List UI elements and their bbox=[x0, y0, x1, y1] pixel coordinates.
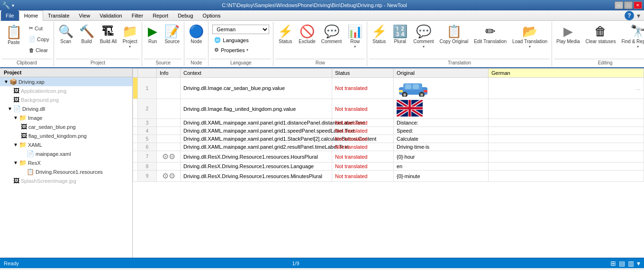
status-dropdown-icon[interactable]: ▾ bbox=[637, 260, 640, 267]
minimize-button[interactable]: ─ bbox=[615, 1, 623, 9]
menu-tab-home[interactable]: Home bbox=[19, 10, 43, 21]
table-row[interactable]: 6Driving.dll.XAML.mainpage.xaml.panel.gr… bbox=[133, 143, 644, 151]
build-all-button[interactable]: 🏗 Build All bbox=[98, 23, 119, 56]
col-header-context[interactable]: Context bbox=[181, 69, 332, 78]
status-row-button[interactable]: ⚡ Status bbox=[275, 23, 295, 56]
row-german[interactable] bbox=[489, 162, 644, 171]
edit-dots-icon[interactable]: … bbox=[635, 85, 641, 91]
table-row[interactable]: 9⚙⚙Driving.dll.ResX.Driving.Resource1.re… bbox=[133, 171, 644, 182]
grid-view-icon[interactable]: ⊞ bbox=[610, 260, 616, 267]
clear-button[interactable]: 🗑 Clear bbox=[27, 45, 52, 55]
menu-tab-options[interactable]: Options bbox=[198, 10, 226, 21]
row-german[interactable] bbox=[489, 171, 644, 182]
row-number: 5 bbox=[138, 135, 157, 143]
menu-tab-validation[interactable]: Validation bbox=[95, 10, 127, 21]
menu-tab-translate[interactable]: Translate bbox=[43, 10, 74, 21]
menu-tab-filter[interactable]: Filter bbox=[127, 10, 148, 21]
tree-item-image-folder[interactable]: ▼ 📁 Image bbox=[0, 113, 132, 122]
find-replace-button[interactable]: 🔭 Find & Replace ▾ bbox=[619, 23, 644, 56]
col-header-status[interactable]: Status bbox=[332, 69, 394, 78]
build-button[interactable]: 🔨 Build bbox=[77, 23, 97, 56]
paste-button[interactable]: 📋 Paste bbox=[2, 23, 26, 56]
tree-item-flag-uk[interactable]: 🖼 flag_united_kingdom.png bbox=[0, 131, 132, 140]
cut-button[interactable]: ✂ Cut bbox=[27, 23, 52, 34]
menu-tab-report[interactable]: Report bbox=[148, 10, 173, 21]
tree-item-background[interactable]: 🖼 Background.png bbox=[0, 95, 132, 104]
menu-tab-view[interactable]: View bbox=[74, 10, 95, 21]
ribbon-group-clipboard: 📋 Paste ✂ Cut 📄 Copy 🗑 Clear Clipboard bbox=[0, 22, 54, 66]
row-german[interactable] bbox=[489, 127, 644, 135]
splashscreen-icon: 🖼 bbox=[13, 177, 19, 184]
row-status: Not translated bbox=[332, 151, 394, 162]
row-context: Driving.dll.XAML.mainpage.xaml.panel.gri… bbox=[181, 135, 332, 143]
tree-item-car-sedan[interactable]: 🖼 car_sedan_blue.png bbox=[0, 122, 132, 131]
layout1-icon[interactable]: ▤ bbox=[619, 260, 625, 267]
copy-button[interactable]: 📄 Copy bbox=[27, 34, 52, 45]
copy-original-button[interactable]: 📋 Copy Original bbox=[437, 23, 471, 56]
scan-button[interactable]: 🔍 Scan bbox=[56, 23, 76, 56]
menu-tab-translate-label: Translate bbox=[48, 13, 69, 18]
row-german[interactable] bbox=[489, 135, 644, 143]
project-button[interactable]: 📁 Project ▾ bbox=[120, 23, 140, 56]
tree-item-driving-dll[interactable]: ▼ 📄 Driving.dll bbox=[0, 104, 132, 113]
mainpage-icon: 📄 bbox=[27, 150, 34, 157]
source-button[interactable]: 📝 Source bbox=[162, 23, 182, 56]
table-row[interactable]: 2Driving.dll.Image.flag_united_kingdom.p… bbox=[133, 99, 644, 119]
status-trans-button[interactable]: ⚡ Status bbox=[369, 23, 389, 56]
row-german[interactable] bbox=[489, 143, 644, 151]
table-row[interactable]: 8Driving.dll.ResX.Driving.Resource1.reso… bbox=[133, 162, 644, 171]
row-button[interactable]: 📊 Row ▾ bbox=[345, 23, 365, 56]
table-row[interactable]: 5Driving.dll.XAML.mainpage.xaml.panel.gr… bbox=[133, 135, 644, 143]
menu-tab-validation-label: Validation bbox=[100, 13, 122, 18]
tree-item-xaml-folder[interactable]: ▼ 📁 XAML bbox=[0, 140, 132, 149]
row-german[interactable]: … bbox=[489, 78, 644, 99]
row-indicator bbox=[133, 78, 138, 99]
tree-item-app-icon[interactable]: 🖼 ApplicationIcon.png bbox=[0, 86, 132, 95]
table-row[interactable]: 3Driving.dll.XAML.mainpage.xaml.panel.gr… bbox=[133, 119, 644, 127]
node-button[interactable]: 🔵 Node bbox=[186, 23, 206, 56]
table-row[interactable]: 7⚙⚙Driving.dll.ResX.Driving.Resource1.re… bbox=[133, 151, 644, 162]
plural-button[interactable]: 🔢 Plural bbox=[390, 23, 410, 56]
close-button[interactable]: ✕ bbox=[634, 1, 642, 9]
maximize-button[interactable]: □ bbox=[624, 1, 633, 9]
col-header-german[interactable]: German bbox=[489, 69, 644, 78]
exclude-button[interactable]: 🚫 Exclude bbox=[296, 23, 318, 56]
edit-translation-button[interactable]: ✏ Edit Translation bbox=[472, 23, 509, 56]
table-row[interactable]: 1Driving.dll.Image.car_sedan_blue.png.va… bbox=[133, 78, 644, 99]
tree-item-resource1[interactable]: 📋 Driving.Resource1.resources bbox=[0, 167, 132, 176]
languages-button[interactable]: 🌐 Languages bbox=[212, 36, 250, 44]
properties-button[interactable]: ⚙ Properties ▾ bbox=[212, 46, 250, 54]
tree-item-splashscreen[interactable]: 🖼 SplashScreenImage.jpg bbox=[0, 176, 132, 185]
tree-item-resx-folder[interactable]: ▼ 📁 ResX bbox=[0, 158, 132, 167]
comment-row-button[interactable]: 💬 Comment bbox=[319, 23, 344, 56]
properties-icon: ⚙ bbox=[214, 47, 219, 53]
tree-item-driving-xap[interactable]: ▼ 📦 Driving.xap bbox=[0, 77, 132, 86]
clear-statuses-button[interactable]: 🗑 Clear statuses bbox=[583, 23, 618, 56]
row-icon: 📊 bbox=[347, 24, 363, 39]
row-german[interactable] bbox=[489, 99, 644, 119]
layout2-icon[interactable]: ▥ bbox=[628, 260, 634, 267]
play-media-button[interactable]: ▶ Play Media bbox=[554, 23, 582, 56]
comment-row-label: Comment bbox=[321, 39, 342, 45]
run-button[interactable]: ▶ Run bbox=[144, 23, 161, 56]
language-dropdown[interactable]: German French Spanish bbox=[212, 25, 269, 34]
row-number: 2 bbox=[138, 99, 157, 119]
ribbon-group-translation: ⚡ Status 🔢 Plural 💬 Comment ▾ 📋 Copy Ori… bbox=[367, 22, 552, 66]
row-german[interactable] bbox=[489, 119, 644, 127]
title-bar-title: C:\NT\Deploy\Samples\WindowsPhone\Drivin… bbox=[14, 2, 615, 8]
menu-tab-file[interactable]: File bbox=[1, 10, 19, 21]
status-trans-icon: ⚡ bbox=[372, 24, 387, 39]
row-status: Not translated bbox=[332, 135, 394, 143]
menu-tab-debug[interactable]: Debug bbox=[173, 10, 198, 21]
tree-item-mainpage[interactable]: 📄 mainpage.xaml bbox=[0, 149, 132, 158]
row-german[interactable] bbox=[489, 151, 644, 162]
load-translation-button[interactable]: 📂 Load Translation ▾ bbox=[510, 23, 550, 56]
comment-trans-button[interactable]: 💬 Comment ▾ bbox=[411, 23, 436, 56]
table-row[interactable]: 4Driving.dll.XAML.mainpage.xaml.panel.gr… bbox=[133, 127, 644, 135]
plural-icon: 🔢 bbox=[392, 24, 408, 39]
help-button[interactable]: ? bbox=[625, 11, 634, 20]
col-header-original[interactable]: Original bbox=[394, 69, 489, 78]
row-number: 8 bbox=[138, 162, 157, 171]
languages-icon: 🌐 bbox=[214, 37, 221, 43]
ribbon-collapse-button[interactable]: ▾ bbox=[637, 12, 640, 19]
